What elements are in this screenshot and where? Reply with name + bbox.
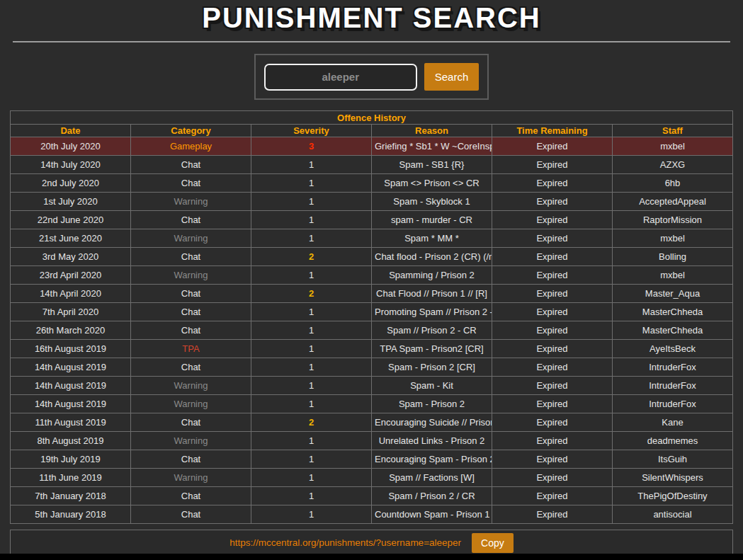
cell-category: Chat xyxy=(131,358,251,377)
cell-severity: 1 xyxy=(251,487,372,505)
search-section: Search xyxy=(0,54,743,100)
cell-time-remaining: Expired xyxy=(492,193,613,211)
cell-reason: Chat flood - Prison 2 (CR) (/msg) xyxy=(372,248,492,266)
cell-staff: IntruderFox xyxy=(613,377,733,395)
cell-staff: deadmemes xyxy=(613,432,733,450)
table-row: 11th June 2019Warning1Spam // Factions [… xyxy=(11,469,733,487)
cell-date: 14th August 2019 xyxy=(11,395,131,413)
table-row: 11th August 2019Chat2Encouraging Suicide… xyxy=(11,413,733,432)
cell-date: 2nd July 2020 xyxy=(11,174,131,193)
cell-time-remaining: Expired xyxy=(492,413,613,432)
cell-date: 19th July 2019 xyxy=(11,450,131,469)
cell-severity: 1 xyxy=(251,174,372,193)
cell-category: Warning xyxy=(131,395,251,413)
cell-staff: IntruderFox xyxy=(613,395,733,413)
cell-time-remaining: Expired xyxy=(492,285,613,303)
cell-staff: MasterChheda xyxy=(613,321,733,340)
cell-reason: Spamming / Prison 2 xyxy=(372,266,492,285)
cell-staff: AcceptedAppeal xyxy=(613,193,733,211)
cell-time-remaining: Expired xyxy=(492,450,613,469)
cell-time-remaining: Expired xyxy=(492,505,613,524)
table-row: 26th March 2020Chat1Spam // Prison 2 - C… xyxy=(11,321,733,340)
cell-reason: Griefing * Sb1 * W ~CoreInspected xyxy=(372,137,492,156)
cell-category: Warning xyxy=(131,229,251,248)
cell-time-remaining: Expired xyxy=(492,137,613,156)
table-row: 14th August 2019Warning1Spam - KitExpire… xyxy=(11,377,733,395)
cell-staff: MasterChheda xyxy=(613,303,733,321)
table-row: 7th April 2020Chat1Promoting Spam // Pri… xyxy=(11,303,733,321)
cell-reason: Spam - Prison 2 xyxy=(372,395,492,413)
cell-staff: Bolling xyxy=(613,248,733,266)
cell-reason: Spam - SB1 {R} xyxy=(372,156,492,174)
cell-severity: 2 xyxy=(251,248,372,266)
search-button[interactable]: Search xyxy=(424,63,480,91)
cell-severity: 1 xyxy=(251,211,372,229)
offence-history-table: Offence History DateCategorySeverityReas… xyxy=(10,110,733,524)
search-box: Search xyxy=(254,54,489,100)
cell-category: Chat xyxy=(131,156,251,174)
cell-severity: 2 xyxy=(251,285,372,303)
column-header-reason: Reason xyxy=(372,125,492,137)
cell-category: TPA xyxy=(131,340,251,358)
cell-time-remaining: Expired xyxy=(492,340,613,358)
cell-staff: RaptorMission xyxy=(613,211,733,229)
cell-severity: 1 xyxy=(251,505,372,524)
cell-category: Gameplay xyxy=(131,137,251,156)
cell-staff: mxbel xyxy=(613,137,733,156)
bottom-bar xyxy=(0,554,743,560)
table-row: 16th August 2019TPA1TPA Spam - Prison2 [… xyxy=(11,340,733,358)
cell-category: Chat xyxy=(131,285,251,303)
cell-reason: Countdown Spam - Prison 1 [R] xyxy=(372,505,492,524)
cell-staff: AyeItsBeck xyxy=(613,340,733,358)
cell-staff: AZXG xyxy=(613,156,733,174)
cell-staff: Master_Aqua xyxy=(613,285,733,303)
cell-reason: Spam * MM * xyxy=(372,229,492,248)
cell-date: 5th January 2018 xyxy=(11,505,131,524)
column-header-staff: Staff xyxy=(613,125,733,137)
cell-time-remaining: Expired xyxy=(492,321,613,340)
cell-severity: 1 xyxy=(251,229,372,248)
cell-severity: 1 xyxy=(251,321,372,340)
column-header-date: Date xyxy=(11,125,131,137)
cell-date: 7th April 2020 xyxy=(11,303,131,321)
cell-date: 14th August 2019 xyxy=(11,377,131,395)
table-row: 21st June 2020Warning1Spam * MM *Expired… xyxy=(11,229,733,248)
cell-reason: Spam - Skyblock 1 xyxy=(372,193,492,211)
cell-category: Warning xyxy=(131,377,251,395)
cell-date: 8th August 2019 xyxy=(11,432,131,450)
cell-reason: Chat Flood // Prison 1 // [R] xyxy=(372,285,492,303)
table-row: 1st July 2020Warning1Spam - Skyblock 1Ex… xyxy=(11,193,733,211)
offence-history-section: Offence History DateCategorySeverityReas… xyxy=(10,110,733,524)
table-row: 23rd April 2020Warning1Spamming / Prison… xyxy=(11,266,733,285)
cell-category: Chat xyxy=(131,303,251,321)
cell-severity: 1 xyxy=(251,432,372,450)
cell-time-remaining: Expired xyxy=(492,487,613,505)
cell-severity: 3 xyxy=(251,137,372,156)
divider xyxy=(13,41,730,42)
table-row: 8th August 2019Warning1Unrelated Links -… xyxy=(11,432,733,450)
table-caption-row: Offence History xyxy=(11,111,733,125)
copy-button[interactable]: Copy xyxy=(472,533,514,553)
cell-category: Chat xyxy=(131,174,251,193)
table-row: 14th August 2019Chat1Spam - Prison 2 [CR… xyxy=(11,358,733,377)
cell-reason: TPA Spam - Prison2 [CR] xyxy=(372,340,492,358)
cell-reason: Promoting Spam // Prison 2 - CR xyxy=(372,303,492,321)
cell-category: Warning xyxy=(131,266,251,285)
table-row: 19th July 2019Chat1Encouraging Spam - Pr… xyxy=(11,450,733,469)
cell-severity: 2 xyxy=(251,413,372,432)
table-row: 3rd May 2020Chat2Chat flood - Prison 2 (… xyxy=(11,248,733,266)
cell-time-remaining: Expired xyxy=(492,156,613,174)
cell-severity: 1 xyxy=(251,469,372,487)
username-search-input[interactable] xyxy=(264,64,417,91)
cell-category: Chat xyxy=(131,413,251,432)
cell-reason: Spam // Factions [W] xyxy=(372,469,492,487)
cell-staff: antisocial xyxy=(613,505,733,524)
cell-date: 16th August 2019 xyxy=(11,340,131,358)
cell-reason: Spam - Kit xyxy=(372,377,492,395)
column-header-severity: Severity xyxy=(251,125,372,137)
cell-staff: ThePigOfDestiny xyxy=(613,487,733,505)
page-title: Punishment Search xyxy=(0,0,743,33)
cell-category: Warning xyxy=(131,193,251,211)
cell-reason: Spam / Prison 2 / CR xyxy=(372,487,492,505)
cell-time-remaining: Expired xyxy=(492,469,613,487)
